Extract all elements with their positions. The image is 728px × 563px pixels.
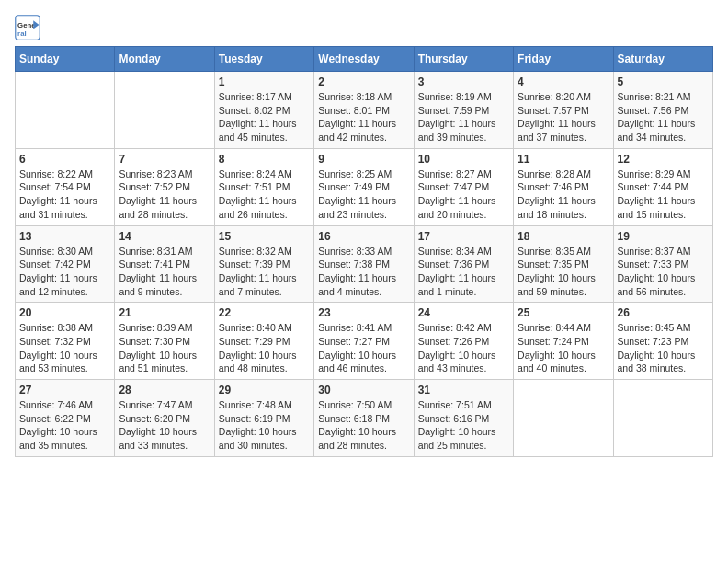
calendar-cell: 31Sunrise: 7:51 AM Sunset: 6:16 PM Dayli… [414,380,513,457]
calendar-week-row: 13Sunrise: 8:30 AM Sunset: 7:42 PM Dayli… [16,225,713,303]
day-number: 19 [618,230,709,243]
day-info: Sunrise: 7:46 AM Sunset: 6:22 PM Dayligh… [19,398,110,453]
day-info: Sunrise: 8:23 AM Sunset: 7:52 PM Dayligh… [119,167,210,222]
day-number: 8 [219,153,310,166]
day-info: Sunrise: 8:31 AM Sunset: 7:41 PM Dayligh… [119,245,210,299]
calendar-week-row: 27Sunrise: 7:46 AM Sunset: 6:22 PM Dayli… [16,380,713,457]
day-info: Sunrise: 8:28 AM Sunset: 7:46 PM Dayligh… [518,167,609,222]
day-info: Sunrise: 8:32 AM Sunset: 7:39 PM Dayligh… [219,245,310,299]
calendar-cell: 30Sunrise: 7:50 AM Sunset: 6:18 PM Dayli… [314,380,414,457]
calendar-cell: 22Sunrise: 8:40 AM Sunset: 7:29 PM Dayli… [214,303,313,380]
day-info: Sunrise: 8:17 AM Sunset: 8:02 PM Dayligh… [219,90,310,144]
day-number: 23 [318,306,409,319]
day-number: 21 [119,306,210,319]
calendar-cell: 16Sunrise: 8:33 AM Sunset: 7:38 PM Dayli… [314,225,414,303]
calendar-week-row: 6Sunrise: 8:22 AM Sunset: 7:54 PM Daylig… [16,148,713,225]
day-info: Sunrise: 7:51 AM Sunset: 6:16 PM Dayligh… [418,398,509,453]
logo: Gene ral [15,15,44,40]
day-info: Sunrise: 8:35 AM Sunset: 7:35 PM Dayligh… [518,245,609,299]
calendar-week-row: 20Sunrise: 8:38 AM Sunset: 7:32 PM Dayli… [16,303,713,380]
day-info: Sunrise: 8:29 AM Sunset: 7:44 PM Dayligh… [618,167,709,222]
calendar-cell: 18Sunrise: 8:35 AM Sunset: 7:35 PM Dayli… [514,225,613,303]
day-number: 28 [119,384,210,396]
day-number: 2 [318,75,409,88]
day-number: 24 [418,306,509,319]
calendar-cell [514,380,613,457]
day-of-week-header: Friday [514,47,613,72]
day-info: Sunrise: 8:34 AM Sunset: 7:36 PM Dayligh… [418,245,509,299]
calendar-cell: 29Sunrise: 7:48 AM Sunset: 6:19 PM Dayli… [214,380,313,457]
day-of-week-header: Wednesday [314,47,414,72]
calendar-cell: 9Sunrise: 8:25 AM Sunset: 7:49 PM Daylig… [314,148,414,225]
day-number: 7 [119,153,210,166]
day-info: Sunrise: 8:22 AM Sunset: 7:54 PM Dayligh… [19,167,110,222]
calendar-cell: 21Sunrise: 8:39 AM Sunset: 7:30 PM Dayli… [115,303,214,380]
calendar-cell: 25Sunrise: 8:44 AM Sunset: 7:24 PM Dayli… [514,303,613,380]
day-number: 3 [418,75,509,88]
day-info: Sunrise: 8:24 AM Sunset: 7:51 PM Dayligh… [219,167,310,222]
calendar-cell: 6Sunrise: 8:22 AM Sunset: 7:54 PM Daylig… [16,148,115,225]
day-number: 16 [318,230,409,243]
calendar-cell: 27Sunrise: 7:46 AM Sunset: 6:22 PM Dayli… [16,380,115,457]
day-number: 9 [318,153,409,166]
day-number: 12 [618,153,709,166]
day-info: Sunrise: 8:42 AM Sunset: 7:26 PM Dayligh… [418,321,509,375]
day-number: 26 [618,306,709,319]
calendar-cell: 3Sunrise: 8:19 AM Sunset: 7:59 PM Daylig… [414,72,513,149]
svg-text:ral: ral [17,29,27,38]
day-number: 10 [418,153,509,166]
day-number: 25 [518,306,609,319]
calendar-cell: 5Sunrise: 8:21 AM Sunset: 7:56 PM Daylig… [613,72,712,149]
day-number: 6 [19,153,110,166]
calendar-week-row: 1Sunrise: 8:17 AM Sunset: 8:02 PM Daylig… [16,72,713,149]
day-number: 14 [119,230,210,243]
day-number: 13 [19,230,110,243]
day-number: 1 [219,75,310,88]
day-number: 17 [418,230,509,243]
day-number: 4 [518,75,609,88]
day-number: 30 [318,384,409,396]
day-info: Sunrise: 8:39 AM Sunset: 7:30 PM Dayligh… [119,321,210,375]
day-info: Sunrise: 8:18 AM Sunset: 8:01 PM Dayligh… [318,90,409,144]
calendar-cell [613,380,712,457]
calendar-cell: 10Sunrise: 8:27 AM Sunset: 7:47 PM Dayli… [414,148,513,225]
day-info: Sunrise: 7:48 AM Sunset: 6:19 PM Dayligh… [219,398,310,453]
day-info: Sunrise: 8:25 AM Sunset: 7:49 PM Dayligh… [318,167,409,222]
day-number: 31 [418,384,509,396]
day-info: Sunrise: 8:40 AM Sunset: 7:29 PM Dayligh… [219,321,310,375]
calendar-cell: 17Sunrise: 8:34 AM Sunset: 7:36 PM Dayli… [414,225,513,303]
calendar-cell: 2Sunrise: 8:18 AM Sunset: 8:01 PM Daylig… [314,72,414,149]
calendar-cell: 1Sunrise: 8:17 AM Sunset: 8:02 PM Daylig… [214,72,313,149]
day-number: 11 [518,153,609,166]
calendar-cell: 12Sunrise: 8:29 AM Sunset: 7:44 PM Dayli… [613,148,712,225]
calendar-cell: 14Sunrise: 8:31 AM Sunset: 7:41 PM Dayli… [115,225,214,303]
day-of-week-header: Sunday [16,47,115,72]
day-number: 18 [518,230,609,243]
calendar-table: SundayMondayTuesdayWednesdayThursdayFrid… [15,46,713,457]
day-info: Sunrise: 7:47 AM Sunset: 6:20 PM Dayligh… [119,398,210,453]
calendar-cell: 4Sunrise: 8:20 AM Sunset: 7:57 PM Daylig… [514,72,613,149]
day-info: Sunrise: 8:41 AM Sunset: 7:27 PM Dayligh… [318,321,409,375]
day-info: Sunrise: 8:19 AM Sunset: 7:59 PM Dayligh… [418,90,509,144]
day-info: Sunrise: 7:50 AM Sunset: 6:18 PM Dayligh… [318,398,409,453]
calendar-cell: 11Sunrise: 8:28 AM Sunset: 7:46 PM Dayli… [514,148,613,225]
calendar-cell: 28Sunrise: 7:47 AM Sunset: 6:20 PM Dayli… [115,380,214,457]
calendar-cell [16,72,115,149]
day-number: 29 [219,384,310,396]
logo-icon: Gene ral [15,15,40,40]
day-number: 15 [219,230,310,243]
day-number: 5 [618,75,709,88]
day-info: Sunrise: 8:37 AM Sunset: 7:33 PM Dayligh… [618,245,709,299]
calendar-cell: 23Sunrise: 8:41 AM Sunset: 7:27 PM Dayli… [314,303,414,380]
day-number: 27 [19,384,110,396]
day-of-week-header: Saturday [613,47,712,72]
calendar-cell: 15Sunrise: 8:32 AM Sunset: 7:39 PM Dayli… [214,225,313,303]
day-info: Sunrise: 8:33 AM Sunset: 7:38 PM Dayligh… [318,245,409,299]
calendar-cell: 20Sunrise: 8:38 AM Sunset: 7:32 PM Dayli… [16,303,115,380]
calendar-cell: 26Sunrise: 8:45 AM Sunset: 7:23 PM Dayli… [613,303,712,380]
day-number: 20 [19,306,110,319]
calendar-cell: 13Sunrise: 8:30 AM Sunset: 7:42 PM Dayli… [16,225,115,303]
day-info: Sunrise: 8:44 AM Sunset: 7:24 PM Dayligh… [518,321,609,375]
day-number: 22 [219,306,310,319]
page-header: Gene ral [15,15,713,40]
